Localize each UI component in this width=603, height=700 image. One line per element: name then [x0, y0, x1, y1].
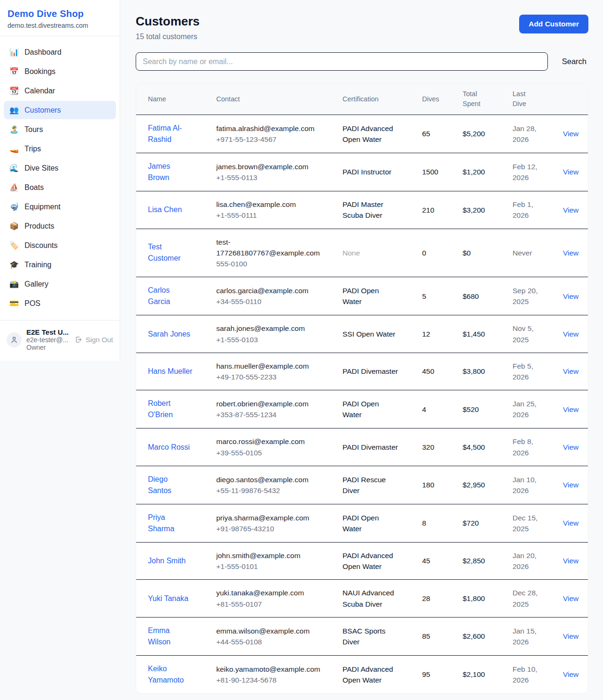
sidebar-item-dashboard[interactable]: 📊Dashboard [4, 43, 116, 61]
customer-phone: +971-55-123-4567 [216, 134, 337, 145]
view-customer-link[interactable]: View [563, 519, 579, 527]
camera-icon: 📸 [9, 280, 19, 288]
customer-email: lisa.chen@example.com [216, 199, 315, 210]
view-customer-link[interactable]: View [563, 206, 579, 214]
customer-name-link[interactable]: James Brown [148, 161, 193, 183]
cell-total-spent: $1,200 [463, 153, 513, 191]
bar-chart-icon: 📊 [9, 48, 19, 57]
cell-dives: 1500 [422, 153, 463, 191]
view-customer-link[interactable]: View [563, 249, 579, 257]
customer-name-link[interactable]: Lisa Chen [148, 204, 182, 215]
sidebar-item-customers[interactable]: 👥Customers [4, 101, 116, 119]
customer-name-link[interactable]: Marco Rossi [148, 442, 190, 453]
sidebar-item-tours[interactable]: 🏝️Tours [4, 120, 116, 139]
sidebar-item-calendar[interactable]: 📆Calendar [4, 82, 116, 100]
view-customer-link[interactable]: View [563, 481, 579, 489]
column-header-contact: Contact [216, 83, 342, 115]
certification-value: PADI Advanced Open Water [342, 550, 400, 572]
view-customer-link[interactable]: View [563, 405, 579, 413]
sidebar-item-training[interactable]: 🎓Training [4, 255, 116, 274]
view-customer-link[interactable]: View [563, 367, 579, 375]
sailboat-icon: ⛵ [9, 183, 19, 192]
cell-dives: 450 [422, 353, 463, 390]
view-customer-link[interactable]: View [563, 670, 579, 678]
cell-action: View [563, 655, 588, 693]
sidebar-item-discounts[interactable]: 🏷️Discounts [4, 236, 116, 255]
view-customer-link[interactable]: View [563, 443, 579, 451]
certification-value: PADI Rescue Diver [342, 474, 400, 496]
customer-name-link[interactable]: Keiko Yamamoto [148, 663, 193, 686]
cell-contact: test-1772681807767@example.com555-0100 [216, 229, 342, 277]
customer-name-link[interactable]: Yuki Tanaka [148, 593, 188, 604]
certification-value: BSAC Sports Diver [342, 626, 400, 648]
customer-name-link[interactable]: Test Customer [148, 241, 193, 264]
customer-name-link[interactable]: Sarah Jones [148, 329, 190, 340]
table-row: Lisa Chenlisa.chen@example.com+1-555-011… [136, 191, 588, 229]
search-row: Search [136, 52, 588, 71]
search-button[interactable]: Search [560, 57, 588, 66]
view-customer-link[interactable]: View [563, 632, 579, 640]
cell-total-spent: $4,500 [463, 428, 513, 466]
cell-last-dive: Feb 8, 2026 [513, 428, 563, 466]
view-customer-link[interactable]: View [563, 168, 579, 176]
view-customer-link[interactable]: View [563, 557, 579, 565]
column-header-dives: Dives [422, 83, 463, 115]
view-customer-link[interactable]: View [563, 130, 579, 138]
view-customer-link[interactable]: View [563, 292, 579, 300]
sidebar-item-trips[interactable]: 🚤Trips [4, 140, 116, 158]
customer-name-link[interactable]: Fatima Al-Rashid [148, 123, 193, 145]
certification-value: PADI Divemaster [342, 366, 400, 377]
wave-icon: 🌊 [9, 164, 19, 173]
sidebar-item-boats[interactable]: ⛵Boats [4, 178, 116, 197]
user-icon [10, 336, 18, 344]
sidebar-item-dive-sites[interactable]: 🌊Dive Sites [4, 159, 116, 177]
sidebar-item-bookings[interactable]: 📅Bookings [4, 62, 116, 81]
sidebar-item-pos[interactable]: 💳POS [4, 294, 116, 313]
sidebar-item-label: Discounts [24, 241, 57, 250]
cell-contact: diego.santos@example.com+55-11-99876-543… [216, 466, 342, 504]
cell-total-spent: $2,850 [463, 542, 513, 580]
cell-contact: carlos.garcia@example.com+34-555-0110 [216, 277, 342, 315]
tear-off-calendar-icon: 📆 [9, 86, 19, 95]
customer-name-link[interactable]: Diego Santos [148, 474, 193, 496]
cell-total-spent: $3,200 [463, 191, 513, 229]
view-customer-link[interactable]: View [563, 594, 579, 602]
cell-certification: PADI Open Water [342, 390, 422, 428]
customer-email: john.smith@example.com [216, 550, 315, 561]
customer-name-link[interactable]: Emma Wilson [148, 625, 193, 648]
cell-dives: 180 [422, 466, 463, 504]
table-row: Fatima Al-Rashidfatima.alrashid@example.… [136, 115, 588, 153]
cell-total-spent: $1,800 [463, 580, 513, 618]
table-row: Sarah Jonessarah.jones@example.com+1-555… [136, 315, 588, 353]
add-customer-button[interactable]: Add Customer [519, 15, 588, 33]
sign-out-button[interactable]: Sign Out [74, 336, 113, 344]
customer-name-link[interactable]: John Smith [148, 555, 186, 567]
cell-action: View [563, 229, 588, 277]
cell-contact: john.smith@example.com+1-555-0101 [216, 542, 342, 580]
sidebar-item-equipment[interactable]: 🤿Equipment [4, 198, 116, 216]
sidebar-item-gallery[interactable]: 📸Gallery [4, 275, 116, 293]
table-row: Priya Sharmapriya.sharma@example.com+91-… [136, 504, 588, 542]
search-input[interactable] [136, 52, 548, 71]
customer-name-link[interactable]: Robert O'Brien [148, 398, 193, 420]
last-dive-value: Never [513, 247, 541, 258]
table-row: Marco Rossimarco.rossi@example.com+39-55… [136, 428, 588, 466]
customer-email: robert.obrien@example.com [216, 398, 315, 409]
customer-name-link[interactable]: Hans Mueller [148, 366, 192, 377]
certification-value: PADI Divemaster [342, 442, 400, 453]
customer-email: carlos.garcia@example.com [216, 285, 315, 296]
customer-name-link[interactable]: Priya Sharma [148, 512, 193, 535]
cell-certification: PADI Master Scuba Diver [342, 191, 422, 229]
page-header: Customers 15 total customers Add Custome… [136, 14, 588, 41]
sidebar-item-label: Boats [24, 183, 44, 192]
cell-contact: keiko.yamamoto@example.com+81-90-1234-56… [216, 655, 342, 693]
cell-name: Diego Santos [136, 466, 216, 504]
sidebar-item-products[interactable]: 📦Products [4, 217, 116, 235]
customer-name-link[interactable]: Carlos Garcia [148, 285, 193, 307]
view-customer-link[interactable]: View [563, 330, 579, 338]
table-row: Robert O'Brienrobert.obrien@example.com+… [136, 390, 588, 428]
cell-dives: 0 [422, 229, 463, 277]
cell-dives: 12 [422, 315, 463, 353]
last-dive-value: Feb 12, 2026 [513, 161, 541, 183]
user-section: E2E Test U... e2e-tester@... Owner Sign … [0, 320, 120, 361]
